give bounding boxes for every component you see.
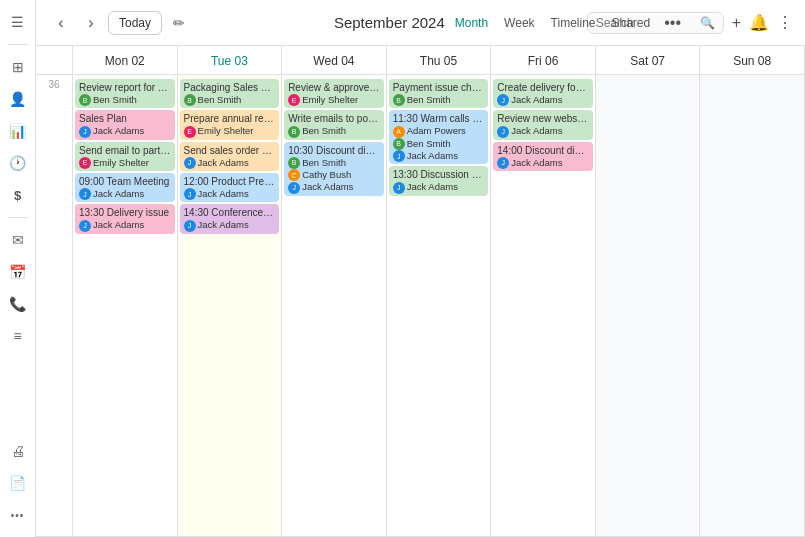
event-mon-4[interactable]: 09:00 Team Meeting J Jack Adams bbox=[75, 173, 175, 202]
avatar: B bbox=[393, 94, 405, 106]
sidebar-divider-2 bbox=[8, 217, 28, 218]
document-icon[interactable]: 📄 bbox=[4, 469, 32, 497]
avatar: J bbox=[79, 126, 91, 138]
week-number: 36 bbox=[36, 75, 73, 537]
avatar: J bbox=[79, 188, 91, 200]
sidebar-divider bbox=[8, 44, 28, 45]
topbar-more-button[interactable]: ⋮ bbox=[777, 13, 793, 32]
event-tue-2[interactable]: Prepare annual revenue repor... E Emily … bbox=[180, 110, 280, 139]
nav-controls: ‹ › Today ✏ bbox=[48, 10, 192, 36]
event-tue-5[interactable]: 14:30 Conference call with pa... J Jack … bbox=[180, 204, 280, 233]
clock-icon[interactable]: 🕐 bbox=[4, 149, 32, 177]
header-tue: Tue 03 bbox=[178, 46, 283, 74]
topbar: ‹ › Today ✏ September 2024 🔍 + 🔔 ⋮ Month… bbox=[36, 0, 805, 46]
calendar-grid: Mon 02 Tue 03 Wed 04 Thu 05 Fri 06 Sat 0… bbox=[36, 46, 805, 537]
avatar: J bbox=[393, 150, 405, 162]
header-sun: Sun 08 bbox=[700, 46, 805, 74]
notification-button[interactable]: 🔔 bbox=[749, 13, 769, 32]
avatar: J bbox=[184, 157, 196, 169]
day-sat bbox=[596, 75, 701, 537]
event-tue-3[interactable]: Send sales order draft to A.B... J Jack … bbox=[180, 142, 280, 171]
tab-month[interactable]: Month bbox=[449, 12, 494, 34]
event-mon-2[interactable]: Sales Plan J Jack Adams bbox=[75, 110, 175, 139]
tab-timeline[interactable]: Timeline bbox=[545, 12, 602, 34]
event-tue-4[interactable]: 12:00 Product Presentation D... J Jack A… bbox=[180, 173, 280, 202]
phone-icon[interactable]: 📞 bbox=[4, 290, 32, 318]
avatar: B bbox=[288, 157, 300, 169]
chart-icon[interactable]: 📊 bbox=[4, 117, 32, 145]
avatar: J bbox=[79, 220, 91, 232]
calendar-header: Mon 02 Tue 03 Wed 04 Thu 05 Fri 06 Sat 0… bbox=[36, 46, 805, 75]
event-thu-3[interactable]: 13:30 Discussion of new webs... J Jack A… bbox=[389, 166, 489, 195]
next-button[interactable]: › bbox=[78, 10, 104, 36]
avatar: E bbox=[184, 126, 196, 138]
event-mon-3[interactable]: Send email to partners E Emily Shelter bbox=[75, 142, 175, 171]
day-thu: Payment issue check B Ben Smith 11:30 Wa… bbox=[387, 75, 492, 537]
week-number-header bbox=[36, 46, 73, 74]
main-content: ‹ › Today ✏ September 2024 🔍 + 🔔 ⋮ Month… bbox=[36, 0, 805, 537]
avatar: E bbox=[79, 157, 91, 169]
event-mon-5[interactable]: 13:30 Delivery issue J Jack Adams bbox=[75, 204, 175, 233]
event-fri-1[interactable]: Create delivery for SO-00014 J Jack Adam… bbox=[493, 79, 593, 108]
list-icon[interactable]: ≡ bbox=[4, 322, 32, 350]
calendar-body: 36 Review report for Top Manag... B Ben … bbox=[36, 75, 805, 537]
header-wed: Wed 04 bbox=[282, 46, 387, 74]
sidebar: ☰ ⊞ 👤 📊 🕐 $ ✉ 📅 📞 ≡ 🖨 📄 ••• bbox=[0, 0, 36, 537]
more-sidebar-icon[interactable]: ••• bbox=[4, 501, 32, 529]
avatar: B bbox=[79, 94, 91, 106]
dollar-icon[interactable]: $ bbox=[4, 181, 32, 209]
tab-shared[interactable]: Shared bbox=[605, 12, 656, 34]
grid-icon[interactable]: ⊞ bbox=[4, 53, 32, 81]
event-wed-1[interactable]: Review & approve marketing E Emily Shelt… bbox=[284, 79, 384, 108]
header-mon: Mon 02 bbox=[73, 46, 178, 74]
views-more-button[interactable]: ••• bbox=[660, 14, 685, 32]
view-tabs: Month Week Timeline Shared ••• bbox=[449, 12, 685, 34]
today-button[interactable]: Today bbox=[108, 11, 162, 35]
header-sat: Sat 07 bbox=[596, 46, 701, 74]
menu-icon[interactable]: ☰ bbox=[4, 8, 32, 36]
day-sun bbox=[700, 75, 805, 537]
avatar: E bbox=[288, 94, 300, 106]
topbar-right: + 🔔 ⋮ bbox=[732, 13, 793, 32]
add-button[interactable]: + bbox=[732, 14, 741, 32]
event-wed-3[interactable]: 10:30 Discount discussion wit... B Ben S… bbox=[284, 142, 384, 196]
email-icon[interactable]: ✉ bbox=[4, 226, 32, 254]
edit-button[interactable]: ✏ bbox=[166, 10, 192, 36]
avatar: B bbox=[393, 138, 405, 150]
avatar: J bbox=[184, 188, 196, 200]
avatar: A bbox=[393, 126, 405, 138]
avatar: J bbox=[497, 94, 509, 106]
avatar: B bbox=[184, 94, 196, 106]
avatar: J bbox=[497, 126, 509, 138]
day-fri: Create delivery for SO-00014 J Jack Adam… bbox=[491, 75, 596, 537]
avatar: J bbox=[497, 157, 509, 169]
event-fri-2[interactable]: Review new website design d... J Jack Ad… bbox=[493, 110, 593, 139]
header-thu: Thu 05 bbox=[387, 46, 492, 74]
avatar: C bbox=[288, 169, 300, 181]
day-mon: Review report for Top Manag... B Ben Smi… bbox=[73, 75, 178, 537]
search-icon[interactable]: 🔍 bbox=[700, 16, 715, 30]
event-thu-1[interactable]: Payment issue check B Ben Smith bbox=[389, 79, 489, 108]
day-wed: Review & approve marketing E Emily Shelt… bbox=[282, 75, 387, 537]
event-tue-1[interactable]: Packaging Sales Order for Sp... B Ben Sm… bbox=[180, 79, 280, 108]
day-tue: Packaging Sales Order for Sp... B Ben Sm… bbox=[178, 75, 283, 537]
contacts-icon[interactable]: 👤 bbox=[4, 85, 32, 113]
avatar: J bbox=[288, 182, 300, 194]
tab-week[interactable]: Week bbox=[498, 12, 540, 34]
event-thu-2[interactable]: 11:30 Warm calls to repeat cu... A Adam … bbox=[389, 110, 489, 164]
event-wed-2[interactable]: Write emails to potential sup... B Ben S… bbox=[284, 110, 384, 139]
event-fri-3[interactable]: 14:00 Discount discussion J Jack Adams bbox=[493, 142, 593, 171]
calendar-icon[interactable]: 📅 bbox=[4, 258, 32, 286]
event-mon-1[interactable]: Review report for Top Manag... B Ben Smi… bbox=[75, 79, 175, 108]
avatar: J bbox=[184, 220, 196, 232]
print-icon[interactable]: 🖨 bbox=[4, 437, 32, 465]
avatar: B bbox=[288, 126, 300, 138]
prev-button[interactable]: ‹ bbox=[48, 10, 74, 36]
header-fri: Fri 06 bbox=[491, 46, 596, 74]
avatar: J bbox=[393, 182, 405, 194]
